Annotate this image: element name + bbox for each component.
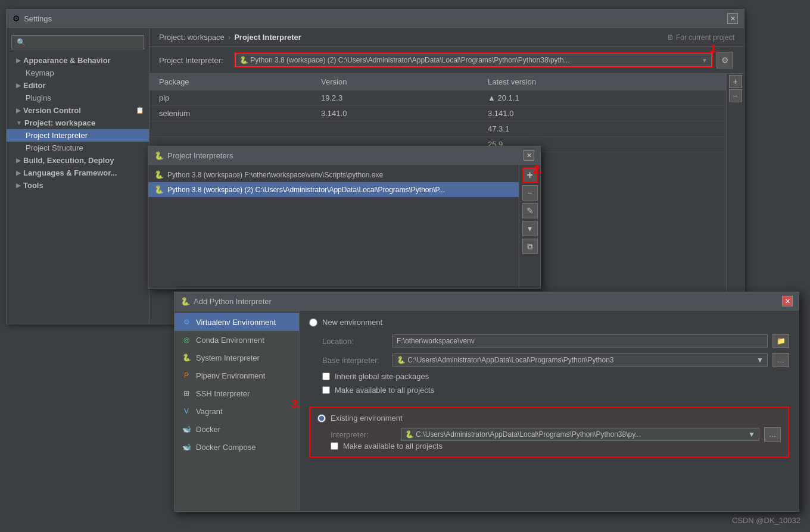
breadcrumb: Project: workspace › Project Interpreter… xyxy=(149,28,744,47)
sidebar-item-project[interactable]: ▼ Project: workspace xyxy=(7,117,149,129)
system-icon: 🐍 xyxy=(182,353,191,362)
env-list-item-conda[interactable]: ◎ Conda Environment xyxy=(175,331,299,349)
cell-package: pip xyxy=(149,92,316,104)
interpreter-list-item[interactable]: 🐍 Python 3.8 (workspace) F:\other\worksp… xyxy=(148,167,519,182)
sidebar-item-label: Plugins xyxy=(26,93,51,102)
sidebar-item-editor[interactable]: ▶ Editor xyxy=(7,79,149,92)
env-item-label: Docker Compose xyxy=(196,443,256,452)
dialog-interp-close-button[interactable]: ✕ xyxy=(524,150,534,161)
inherit-checkbox[interactable] xyxy=(322,373,330,380)
sidebar-item-label: Project Interpreter xyxy=(26,131,88,140)
ssh-icon: ⊞ xyxy=(182,389,191,398)
base-interp-value: 🐍 C:\Users\Administrator\AppData\Local\P… xyxy=(397,356,614,364)
sidebar-item-plugins[interactable]: Plugins xyxy=(7,92,149,104)
arrow-icon: ▶ xyxy=(16,157,21,164)
breadcrumb-project: Project: workspace xyxy=(159,33,225,42)
sidebar-item-appearance[interactable]: ▶ Appearance & Behavior xyxy=(7,54,149,67)
env-list-item-vagrant[interactable]: V Vagrant xyxy=(175,402,299,420)
env-list-item-docker[interactable]: 🐋 Docker xyxy=(175,420,299,438)
make-available-new-checkbox[interactable] xyxy=(322,386,330,394)
python-icon: 🐍 xyxy=(154,170,164,179)
interpreter-existing-dropdown[interactable]: 🐍 C:\Users\Administrator\AppData\Local\P… xyxy=(401,428,759,441)
table-row: selenium 3.141.0 3.141.0 xyxy=(149,106,744,121)
add-interpreter-button[interactable]: + 2. xyxy=(522,167,538,183)
arrow-icon: ▶ xyxy=(16,57,21,64)
location-label: Location: xyxy=(322,337,388,346)
sidebar-item-version-control[interactable]: ▶ Version Control 📋 xyxy=(7,104,149,117)
env-list-item-virtualenv[interactable]: ⚙ Virtualenv Environment xyxy=(175,313,299,331)
sidebar-item-label: Tools xyxy=(23,181,43,190)
interpreter-dropdown[interactable]: 🐍 Python 3.8 (workspace) (2) C:\Users\Ad… xyxy=(235,54,712,67)
arrow-icon: ▶ xyxy=(16,107,21,114)
env-list-item-pipenv[interactable]: P Pipenv Environment xyxy=(175,367,299,384)
cell-package: selenium xyxy=(149,108,316,119)
cell-package xyxy=(149,123,316,134)
sidebar-item-label: Version Control xyxy=(23,106,81,115)
interpreter-item-label: Python 3.8 (workspace) (2) C:\Users\Admi… xyxy=(167,186,445,194)
inherit-checkbox-row: Inherit global site-packages xyxy=(309,372,789,381)
project-interpreters-dialog: 🐍 Project Interpreters ✕ 🐍 Python 3.8 (w… xyxy=(148,146,541,289)
add-package-button[interactable]: + xyxy=(729,75,742,88)
interpreter-existing-browse-button[interactable]: … xyxy=(764,427,781,442)
col-version-header: Version xyxy=(316,76,483,87)
env-list-item-ssh[interactable]: ⊞ SSH Interpreter xyxy=(175,384,299,402)
cell-latest: ▲ 20.1.1 xyxy=(483,92,744,104)
environment-config: New environment Location: 📁 Base interpr… xyxy=(300,311,799,511)
watermark: CSDN @DK_10032 xyxy=(732,516,800,525)
env-item-label: System Interpreter xyxy=(196,353,260,362)
base-interp-row: Base interpreter: 🐍 C:\Users\Administrat… xyxy=(309,353,789,367)
env-item-label: SSH Interpreter xyxy=(196,389,250,398)
location-input[interactable] xyxy=(392,334,768,348)
new-env-radio[interactable] xyxy=(309,318,317,327)
make-available-existing-checkbox[interactable] xyxy=(331,442,338,450)
sidebar-item-label: Editor xyxy=(23,81,46,90)
make-available-existing-checkbox-row: Make available to all projects xyxy=(317,442,781,450)
interpreter-value: 🐍 Python 3.8 (workspace) (2) C:\Users\Ad… xyxy=(239,56,570,64)
vagrant-icon: V xyxy=(182,406,191,416)
sidebar-item-tools[interactable]: ▶ Tools xyxy=(7,179,149,192)
sidebar-item-label: Languages & Framewor... xyxy=(23,168,117,177)
dialog-add-close-button[interactable]: ✕ xyxy=(782,296,793,306)
arrow-icon: ▶ xyxy=(16,170,21,176)
dialog-add-titlebar: 🐍 Add Python Interpreter ✕ xyxy=(175,292,799,311)
base-interp-dropdown[interactable]: 🐍 C:\Users\Administrator\AppData\Local\P… xyxy=(392,353,768,367)
sidebar-item-languages[interactable]: ▶ Languages & Framewor... xyxy=(7,167,149,179)
annotation-3: 3. xyxy=(291,398,300,411)
docker-icon: 🐋 xyxy=(182,424,191,434)
cell-latest: 3.141.0 xyxy=(483,108,744,119)
for-current-project: 🗎 For current project xyxy=(667,33,734,42)
sidebar-item-keymap[interactable]: Keymap xyxy=(7,67,149,79)
sidebar-item-project-interpreter[interactable]: Project Interpreter xyxy=(7,129,149,142)
sidebar-item-label: Project: workspace xyxy=(24,118,95,127)
interpreter-row: Project Interpreter: 🐍 Python 3.8 (works… xyxy=(149,47,744,74)
env-item-label: Docker xyxy=(196,425,220,434)
search-input[interactable] xyxy=(11,35,144,49)
existing-env-section: Existing environment Interpreter: 🐍 C:\U… xyxy=(309,406,789,458)
copy-interpreter-button[interactable]: ⧉ xyxy=(522,239,538,254)
base-interp-dropdown-arrow: ▼ xyxy=(756,356,764,364)
remove-interpreter-button[interactable]: − xyxy=(522,185,538,201)
base-interp-label: Base interpreter: xyxy=(322,356,388,365)
remove-package-button[interactable]: − xyxy=(729,89,742,102)
sidebar-item-label: Appearance & Behavior xyxy=(23,56,111,65)
existing-env-radio[interactable] xyxy=(317,414,326,423)
cell-version: 19.2.3 xyxy=(316,92,483,104)
table-header: Package Version Latest version xyxy=(149,74,744,90)
env-list-item-docker-compose[interactable]: 🐋 Docker Compose xyxy=(175,438,299,456)
settings-title: Settings xyxy=(24,14,52,23)
filter-interpreter-button[interactable]: ▾ xyxy=(522,221,538,236)
interpreter-list-item[interactable]: 🐍 Python 3.8 (workspace) (2) C:\Users\Ad… xyxy=(148,182,519,197)
env-list-item-system[interactable]: 🐍 System Interpreter xyxy=(175,349,299,367)
location-browse-button[interactable]: 📁 xyxy=(772,334,789,348)
base-interp-browse-button[interactable]: … xyxy=(772,353,789,367)
edit-interpreter-button[interactable]: ✎ xyxy=(522,203,538,218)
sidebar-item-label: Project Structure xyxy=(26,143,83,152)
dialog-interp-title-label: Project Interpreters xyxy=(167,151,233,160)
new-env-label: New environment xyxy=(322,318,382,327)
env-item-label: Virtualenv Environment xyxy=(196,318,276,327)
gear-button[interactable]: ⚙ xyxy=(716,52,733,68)
cell-latest: 47.3.1 xyxy=(483,123,744,134)
settings-close-button[interactable]: ✕ xyxy=(727,13,738,24)
sidebar-item-build[interactable]: ▶ Build, Execution, Deploy xyxy=(7,154,149,167)
sidebar-item-project-structure[interactable]: Project Structure xyxy=(7,142,149,154)
